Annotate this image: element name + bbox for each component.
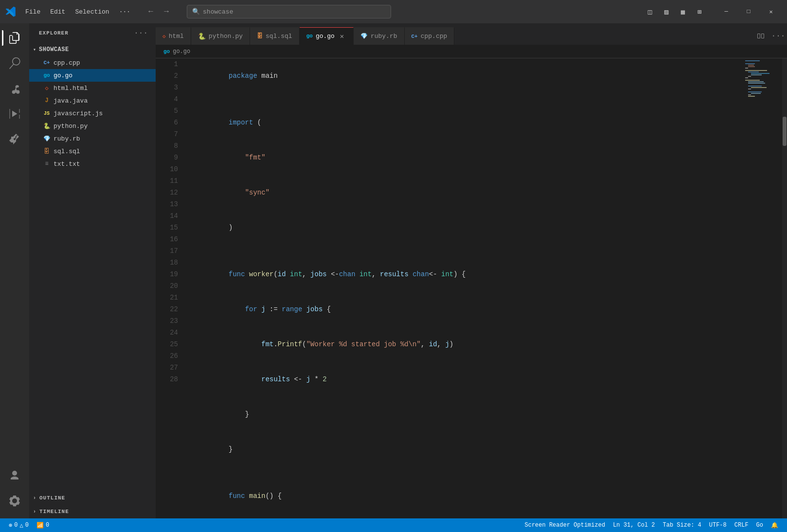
tab-bar-tabs: ◇ html 🐍 python.py 🗄 sql.sql go go.go — [156, 27, 752, 45]
customize-layout-icon[interactable]: ⊞ — [693, 5, 706, 18]
code-line-12: } — [188, 397, 743, 432]
svg-rect-13 — [748, 83, 765, 84]
menu-file[interactable]: File — [20, 6, 45, 18]
menu-selection[interactable]: Selection — [70, 6, 114, 18]
code-line-9: for j := range jobs { — [188, 292, 743, 327]
encoding-text: UTF-8 — [709, 522, 727, 529]
ruby-filename: ruby.rb — [54, 135, 80, 142]
svg-rect-5 — [745, 70, 767, 71]
file-item-html[interactable]: ◇ html.html — [29, 82, 156, 94]
tab-go[interactable]: go go.go ✕ — [300, 27, 354, 45]
file-item-txt[interactable]: ≡ txt.txt — [29, 158, 156, 170]
js-filename: javascript.js — [54, 110, 103, 117]
screen-reader-label: Screen Reader Optimized — [524, 522, 605, 529]
status-language[interactable]: Go — [752, 518, 767, 532]
tab-python[interactable]: 🐍 python.py — [191, 27, 250, 45]
ruby-tab-icon: 💎 — [360, 33, 368, 40]
code-line-2 — [188, 93, 743, 105]
file-item-cpp[interactable]: C+ cpp.cpp — [29, 56, 156, 69]
file-item-java[interactable]: J java.java — [29, 94, 156, 107]
close-button[interactable]: ✕ — [760, 4, 782, 19]
go-tab-close-icon[interactable]: ✕ — [338, 32, 346, 40]
svg-rect-12 — [748, 81, 764, 82]
go-tab-label: go.go — [316, 33, 335, 40]
minimize-button[interactable]: — — [715, 4, 737, 19]
go-tab-icon: go — [306, 33, 313, 39]
html-tab-icon: ◇ — [162, 33, 166, 39]
status-errors[interactable]: ⊗ 0 △ 0 — [5, 518, 33, 532]
sql-icon: 🗄 — [43, 147, 51, 155]
svg-rect-6 — [748, 71, 759, 72]
svg-rect-8 — [751, 74, 762, 75]
status-tab-size[interactable]: Tab Size: 4 — [659, 518, 705, 532]
python-tab-label: python.py — [209, 33, 243, 40]
warning-count: 0 — [25, 522, 29, 529]
status-position[interactable]: Ln 31, Col 2 — [609, 518, 659, 532]
bell-icon: 🔔 — [771, 522, 778, 529]
file-item-go[interactable]: go go.go — [29, 69, 156, 82]
code-line-13: } — [188, 432, 743, 467]
split-editor-icon[interactable] — [752, 27, 769, 45]
activity-search[interactable] — [3, 52, 26, 75]
outline-section[interactable]: › OUTLINE — [29, 491, 156, 505]
file-item-ruby[interactable]: 💎 ruby.rb — [29, 132, 156, 145]
activity-settings[interactable] — [3, 489, 26, 513]
maximize-button[interactable]: □ — [737, 4, 760, 19]
signal-icon: 📶 — [36, 522, 44, 529]
status-bell[interactable]: 🔔 — [767, 518, 782, 532]
error-count: 0 — [14, 522, 18, 529]
code-line-16: jobs := make(chan int, 100) — [188, 514, 743, 518]
vertical-scrollbar[interactable] — [782, 58, 787, 518]
activity-account[interactable] — [3, 464, 26, 487]
svg-rect-19 — [748, 94, 751, 95]
activity-extensions[interactable] — [3, 127, 26, 151]
error-icon: ⊗ — [9, 522, 12, 529]
java-icon: J — [43, 97, 51, 105]
timeline-section[interactable]: › TIMELINE — [29, 505, 156, 518]
status-screen-reader[interactable]: Screen Reader Optimized — [520, 518, 609, 532]
svg-rect-15 — [751, 87, 767, 88]
svg-rect-10 — [745, 77, 748, 78]
tab-more-icon[interactable]: ··· — [769, 27, 787, 45]
sidebar-toggle-icon[interactable]: ◫ — [643, 5, 657, 18]
code-line-8: func worker(id int, jobs <-chan int, res… — [188, 257, 743, 292]
js-icon: JS — [43, 109, 51, 117]
nav-forward[interactable]: → — [160, 5, 173, 18]
scrollbar-thumb[interactable] — [783, 117, 787, 146]
menu-edit[interactable]: Edit — [45, 6, 70, 18]
status-signal[interactable]: 📶 0 — [33, 518, 53, 532]
tab-sql[interactable]: 🗄 sql.sql — [250, 27, 300, 45]
breadcrumb-filename: go.go — [173, 48, 190, 55]
nav-back[interactable]: ← — [144, 5, 158, 18]
svg-rect-0 — [745, 60, 760, 61]
tab-cpp[interactable]: C+ cpp.cpp — [405, 27, 455, 45]
html-icon: ◇ — [43, 84, 51, 92]
code-line-6: ) — [188, 210, 743, 245]
explorer-more-icon[interactable]: ··· — [134, 29, 148, 37]
status-encoding[interactable]: UTF-8 — [705, 518, 731, 532]
panel-toggle-icon[interactable]: ▦ — [676, 5, 690, 18]
tab-ruby[interactable]: 💎 ruby.rb — [354, 27, 405, 45]
activity-source-control[interactable] — [3, 77, 26, 100]
layout-icon[interactable]: ▨ — [660, 5, 673, 18]
file-item-js[interactable]: JS javascript.js — [29, 107, 156, 120]
titlebar-search[interactable]: 🔍 showcase — [187, 5, 391, 18]
minimap — [743, 58, 782, 518]
file-item-sql[interactable]: 🗄 sql.sql — [29, 145, 156, 158]
menu-more[interactable]: ··· — [114, 6, 135, 18]
folder-showcase[interactable]: ▾ SHOWCASE — [29, 43, 156, 56]
editor-area: ◇ html 🐍 python.py 🗄 sql.sql go go.go — [156, 23, 787, 518]
titlebar-right: ◫ ▨ ▦ ⊞ — [643, 5, 706, 18]
main-layout: EXPLORER ··· ▾ SHOWCASE C+ cpp.cpp go go… — [0, 23, 787, 518]
titlebar-menu: File Edit Selection ··· — [20, 6, 135, 18]
activity-explorer[interactable] — [3, 26, 26, 50]
activity-run[interactable] — [3, 102, 26, 125]
code-content[interactable]: package main import ( "fmt" "sync" — [183, 58, 743, 518]
outline-label: OUTLINE — [39, 495, 65, 501]
ruby-tab-label: ruby.rb — [371, 33, 397, 40]
file-item-python[interactable]: 🐍 python.py — [29, 120, 156, 132]
tab-size-text: Tab Size: 4 — [663, 522, 701, 529]
tab-html[interactable]: ◇ html — [156, 27, 191, 45]
status-line-ending[interactable]: CRLF — [731, 518, 752, 532]
svg-rect-18 — [751, 93, 761, 94]
